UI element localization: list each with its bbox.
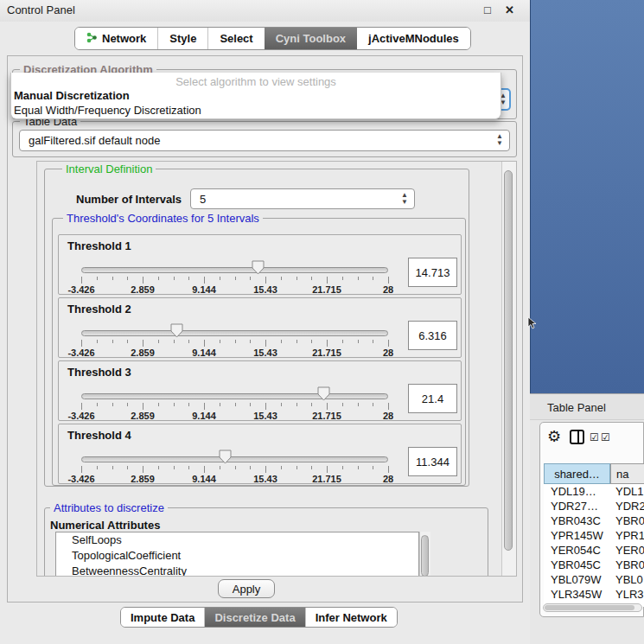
table-row[interactable]: YDR27…YDR2 bbox=[544, 499, 644, 513]
threshold-label: Threshold 3 bbox=[67, 366, 131, 379]
slider-tick-labels: -3.4262.8599.14415.4321.71528 bbox=[81, 348, 388, 358]
table-rows: YDL19…YDL1YDR27…YDR2YBR043CYBR0YPR145WYP… bbox=[544, 484, 644, 607]
threshold-value-field[interactable]: 6.316 bbox=[408, 321, 457, 350]
column-header-name[interactable]: na bbox=[610, 463, 644, 484]
thresholds-group-title: Threshold's Coordinates for 5 Intervals bbox=[63, 212, 263, 225]
cell-shared-name: YDL19… bbox=[551, 485, 596, 498]
checkbox-icon[interactable]: ☑ bbox=[590, 431, 599, 443]
settings-scroll-area: Interval Definition Number of Intervals … bbox=[36, 161, 517, 577]
tab-label: Network bbox=[102, 32, 146, 45]
threshold-value-field[interactable]: 14.713 bbox=[408, 258, 457, 287]
apply-button[interactable]: Apply bbox=[218, 579, 275, 598]
table-row[interactable]: YBL079WYBL0 bbox=[544, 572, 644, 587]
table-panel-header: Table Panel bbox=[530, 393, 644, 420]
slider-ticks bbox=[81, 403, 388, 411]
top-tab-bar: NetworkStyleSelectCyni ToolboxjActiveMNo… bbox=[74, 27, 471, 50]
threshold-slider-handle[interactable] bbox=[170, 323, 183, 338]
attributes-scrollbar-thumb[interactable] bbox=[421, 535, 429, 577]
numerical-attributes-list[interactable]: SelfLoopsTopologicalCoefficientBetweenne… bbox=[55, 532, 419, 577]
attribute-item[interactable]: TopologicalCoefficient bbox=[56, 548, 418, 564]
settings-scrollbar[interactable] bbox=[501, 162, 516, 576]
tab-label: Infer Network bbox=[316, 611, 387, 624]
close-icon[interactable]: ✕ bbox=[505, 3, 514, 16]
stepper-arrows-icon: ▲▼ bbox=[496, 133, 503, 147]
interval-definition-title: Interval Definition bbox=[62, 163, 156, 175]
cell-name: YLR3 bbox=[615, 588, 644, 601]
slider-ticks bbox=[81, 340, 388, 348]
dropdown-option-manual-discretization[interactable]: Manual Discretization bbox=[14, 89, 130, 102]
table-row[interactable]: YDL19…YDL1 bbox=[544, 484, 644, 499]
table-panel-title: Table Panel bbox=[547, 401, 606, 414]
threshold-slider-handle[interactable] bbox=[219, 450, 232, 464]
control-panel: Control Panel □ ✕ NetworkStyleSelectCyni… bbox=[0, 0, 530, 644]
tab-network[interactable]: Network bbox=[75, 28, 157, 49]
threshold-slider-track[interactable] bbox=[81, 330, 388, 336]
tab-discretize-data[interactable]: Discretize Data bbox=[204, 608, 304, 627]
cell-shared-name: YLR345W bbox=[551, 588, 602, 601]
tab-label: Style bbox=[169, 32, 196, 45]
cell-shared-name: YER054C bbox=[551, 544, 601, 557]
cell-shared-name: YBL079W bbox=[551, 573, 602, 586]
threshold-panel: Threshold 2 -3.4262.8599.14415.4321.7152… bbox=[58, 297, 462, 358]
attribute-item[interactable]: SelfLoops bbox=[56, 532, 418, 548]
stepper-arrows-icon: ▲▼ bbox=[401, 192, 408, 206]
cell-name: YDL1 bbox=[615, 485, 644, 498]
cell-name: YBR0 bbox=[615, 514, 644, 527]
attribute-item[interactable]: BetweennessCentrality bbox=[56, 564, 418, 577]
threshold-label: Threshold 2 bbox=[67, 303, 131, 316]
table-row[interactable]: YBR043CYBR0 bbox=[544, 513, 644, 528]
threshold-label: Threshold 4 bbox=[67, 429, 131, 442]
tab-label: Impute Data bbox=[131, 611, 194, 624]
threshold-value-field[interactable]: 11.344 bbox=[408, 447, 457, 476]
tab-label: Discretize Data bbox=[214, 611, 295, 624]
tab-select[interactable]: Select bbox=[207, 28, 264, 49]
table-row[interactable]: YBR045CYBR0 bbox=[544, 558, 644, 572]
number-of-intervals-combobox[interactable]: 5 ▲▼ bbox=[190, 188, 415, 209]
threshold-panel: Threshold 1 -3.4262.8599.14415.4321.7152… bbox=[58, 234, 462, 295]
dropdown-option-equal-width-frequency[interactable]: Equal Width/Frequency Discretization bbox=[14, 104, 201, 117]
column-header-shared[interactable]: shared… bbox=[544, 463, 610, 484]
threshold-slider-track[interactable] bbox=[81, 267, 388, 273]
slider-ticks bbox=[81, 277, 388, 284]
cell-name: YBR0 bbox=[615, 558, 644, 571]
threshold-panel: Threshold 4 -3.4262.8599.14415.4321.7152… bbox=[58, 424, 462, 484]
tab-infer-network[interactable]: Infer Network bbox=[305, 608, 397, 627]
attributes-scrollbar[interactable] bbox=[419, 532, 430, 577]
algorithm-dropdown-popup: Select algorithm to view settings Manual… bbox=[10, 73, 501, 119]
threshold-slider-track[interactable] bbox=[81, 393, 388, 399]
table-hscrollbar-thumb[interactable] bbox=[545, 605, 634, 610]
number-of-intervals-value: 5 bbox=[200, 193, 206, 206]
network-icon bbox=[86, 32, 98, 46]
checkbox-icon[interactable]: ☑ bbox=[601, 431, 610, 443]
cell-shared-name: YBR045C bbox=[551, 558, 601, 571]
slider-ticks bbox=[81, 466, 388, 474]
thresholds-group: Threshold's Coordinates for 5 Intervals … bbox=[52, 218, 466, 486]
cell-name: YER0 bbox=[615, 544, 644, 557]
tab-impute-data[interactable]: Impute Data bbox=[121, 608, 204, 627]
mouse-cursor-icon bbox=[527, 316, 537, 329]
tab-label: Cyni Toolbox bbox=[276, 32, 346, 45]
table-row[interactable]: YPR145WYPR1 bbox=[544, 528, 644, 543]
gear-icon[interactable]: ⚙ bbox=[547, 427, 561, 446]
control-panel-titlebar: Control Panel □ ✕ bbox=[0, 0, 530, 22]
threshold-slider-handle[interactable] bbox=[317, 386, 330, 401]
tab-jactivemnodules[interactable]: jActiveMNodules bbox=[357, 28, 470, 49]
threshold-slider-handle[interactable] bbox=[252, 260, 265, 275]
columns-icon[interactable] bbox=[570, 430, 584, 444]
slider-tick-labels: -3.4262.8599.14415.4321.71528 bbox=[81, 411, 388, 421]
settings-scrollbar-thumb[interactable] bbox=[504, 170, 513, 551]
threshold-value-field[interactable]: 21.4 bbox=[408, 384, 457, 413]
table-row[interactable]: YER054CYER0 bbox=[544, 543, 644, 558]
slider-tick-labels: -3.4262.8599.14415.4321.71528 bbox=[81, 474, 388, 484]
tab-label: jActiveMNodules bbox=[368, 32, 459, 45]
columns-icon-divider bbox=[577, 431, 579, 443]
tab-style[interactable]: Style bbox=[157, 28, 207, 49]
float-icon[interactable]: □ bbox=[484, 3, 491, 16]
table-row[interactable]: YLR345WYLR3 bbox=[544, 587, 644, 602]
bottom-tab-bar: Impute DataDiscretize DataInfer Network bbox=[120, 607, 398, 628]
threshold-slider-track[interactable] bbox=[81, 456, 388, 462]
threshold-label: Threshold 1 bbox=[67, 239, 131, 252]
table-data-combobox[interactable]: galFiltered.sif default node ▲▼ bbox=[19, 130, 510, 151]
cell-shared-name: YBR043C bbox=[551, 514, 601, 527]
tab-cyni-toolbox[interactable]: Cyni Toolbox bbox=[265, 28, 357, 49]
